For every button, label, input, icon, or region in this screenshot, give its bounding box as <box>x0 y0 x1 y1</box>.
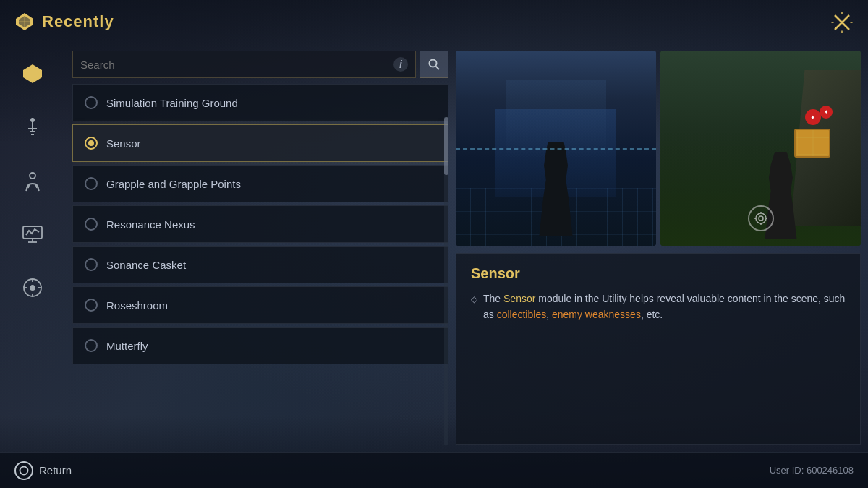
top-bar: Recently <box>0 0 868 43</box>
list-item[interactable]: Grapple and Grapple Points <box>72 165 448 202</box>
preview-image-left <box>456 51 656 246</box>
list-wrapper: Simulation Training Ground Sensor Grappl… <box>72 84 448 445</box>
top-bar-title-text: Recently <box>42 12 114 31</box>
list-item[interactable]: Roseshroom <box>72 286 448 324</box>
left-sidebar <box>0 43 65 452</box>
preview-images: ♦ ♦ <box>456 51 861 246</box>
red-marker-2: ♦ <box>820 106 833 119</box>
svg-point-30 <box>759 216 763 221</box>
red-marker: ♦ <box>805 109 821 125</box>
top-bar-title: Recently <box>14 12 114 32</box>
search-button[interactable] <box>420 51 448 78</box>
search-input-wrapper: i <box>72 51 416 78</box>
search-input[interactable] <box>80 59 393 71</box>
radio-indicator <box>85 258 98 271</box>
highlight-sensor: Sensor <box>503 293 535 304</box>
info-icon[interactable]: i <box>393 57 408 72</box>
main-content: i Simulation Training Ground Sensor <box>65 43 868 452</box>
svg-point-16 <box>31 119 34 121</box>
radio-indicator <box>85 339 98 352</box>
item-label: Simulation Training Ground <box>106 97 238 109</box>
description-panel: Sensor ◇ The Sensor module in the Utilit… <box>456 253 861 445</box>
svg-point-27 <box>430 60 437 67</box>
svg-point-22 <box>30 286 35 290</box>
sidebar-item-compass[interactable] <box>17 272 48 304</box>
radio-indicator <box>85 299 98 312</box>
list-item[interactable]: Simulation Training Ground <box>72 84 448 121</box>
radio-indicator <box>85 96 98 109</box>
svg-point-17 <box>30 173 35 179</box>
diamond-icon <box>14 12 35 32</box>
preview-image-right: ♦ ♦ <box>660 51 861 246</box>
list-item-active[interactable]: Sensor <box>72 124 448 162</box>
bullet-icon: ◇ <box>471 293 477 307</box>
highlight-enemy-weaknesses: enemy weaknesses <box>552 309 641 320</box>
list-panel: i Simulation Training Ground Sensor <box>72 51 448 445</box>
return-circle-icon <box>14 461 33 480</box>
search-bar: i <box>72 51 448 78</box>
item-label: Sonance Casket <box>106 259 186 271</box>
return-label: Return <box>39 464 72 476</box>
svg-line-28 <box>436 67 440 70</box>
sidebar-item-home[interactable] <box>17 58 48 90</box>
list-items: Simulation Training Ground Sensor Grappl… <box>72 84 448 364</box>
radio-indicator-active <box>85 137 98 150</box>
sidebar-item-character[interactable] <box>17 165 48 197</box>
item-label: Mutterfly <box>106 340 148 352</box>
radio-indicator <box>85 218 98 231</box>
scroll-track <box>444 117 448 445</box>
item-label: Resonance Nexus <box>106 218 195 231</box>
sidebar-item-combat[interactable] <box>17 111 48 143</box>
svg-point-29 <box>756 213 766 223</box>
highlight-collectibles: collectibles <box>497 309 546 320</box>
radio-indicator <box>85 177 98 190</box>
svg-marker-10 <box>23 64 42 83</box>
crate-object <box>794 129 830 158</box>
list-item[interactable]: Sonance Casket <box>72 246 448 283</box>
scroll-thumb[interactable] <box>444 117 448 175</box>
close-button[interactable] <box>830 11 854 34</box>
svg-point-35 <box>20 466 28 474</box>
sensor-camera-icon <box>748 205 774 231</box>
right-panel: ♦ ♦ <box>456 51 861 445</box>
desc-text-content: The Sensor module in the Utility helps r… <box>483 291 846 323</box>
detail-description: ◇ The Sensor module in the Utility helps… <box>471 291 846 323</box>
detail-title: Sensor <box>471 265 846 282</box>
return-button[interactable]: Return <box>14 461 72 480</box>
list-item[interactable]: Mutterfly <box>72 327 448 364</box>
dotted-divider <box>456 148 656 150</box>
item-label: Roseshroom <box>106 299 168 312</box>
user-id: User ID: 600246108 <box>770 465 854 476</box>
item-label: Sensor <box>106 137 141 150</box>
bottom-bar: Return User ID: 600246108 <box>0 452 868 488</box>
list-item[interactable]: Resonance Nexus <box>72 205 448 243</box>
item-label: Grapple and Grapple Points <box>106 178 241 190</box>
sidebar-item-monitor[interactable] <box>17 218 48 250</box>
